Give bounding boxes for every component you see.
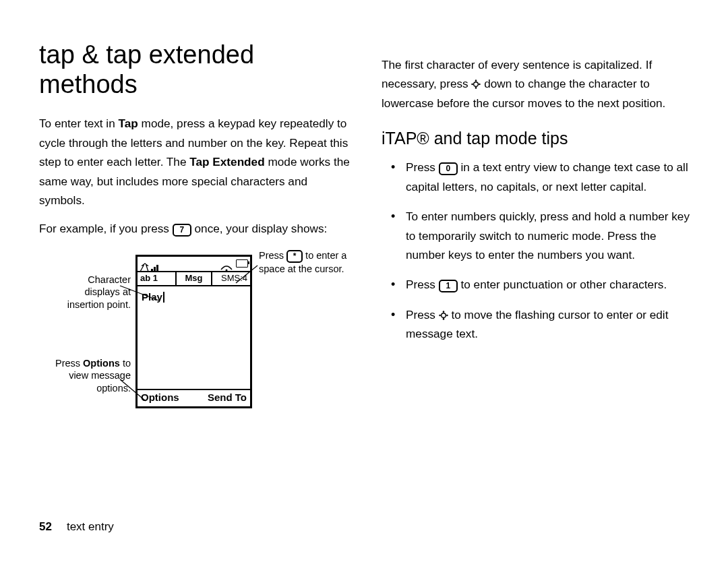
phone-screen: ab 1 Msg SMS:4 Play Options Send To	[135, 255, 252, 408]
svg-point-12	[441, 313, 446, 317]
bold-tap-extended: Tap Extended	[189, 155, 264, 168]
page-number: 52	[39, 520, 52, 533]
status-bar	[138, 257, 250, 271]
keycap-1-icon: 1	[439, 280, 458, 292]
svg-point-15	[439, 314, 441, 316]
tip-item-1: Press 0 in a text entry view to change t…	[406, 158, 696, 196]
left-column: tap & tap extended methods To enter text…	[39, 40, 353, 450]
keycap-0-icon: 0	[439, 162, 458, 175]
svg-point-10	[472, 84, 474, 86]
svg-point-7	[474, 82, 479, 87]
bold-tap: Tap	[119, 117, 138, 130]
right-status-icons	[220, 259, 248, 268]
svg-point-14	[442, 318, 444, 320]
callout-options: Press Options to view message options.	[50, 357, 131, 396]
callout-char: Character displays at insertion point.	[50, 274, 131, 312]
phone-screen-diagram: ab 1 Msg SMS:4 Play Options Send To	[39, 248, 329, 450]
cap-para: The first character of every sentence is…	[382, 55, 696, 113]
nav-key-icon	[471, 75, 481, 85]
info-row: ab 1 Msg SMS:4	[138, 271, 250, 286]
section-name: text entry	[67, 520, 114, 533]
tip-item-4: Press to move the flashing cursor to ent…	[406, 305, 696, 344]
tip-item-2: To enter numbers quickly, press and hold…	[406, 207, 696, 264]
svg-point-13	[442, 311, 444, 313]
keycap-star-icon: *	[286, 250, 303, 263]
entered-text: Play	[142, 289, 164, 306]
intro-para-1: To enter text in Tap mode, press a keypa…	[39, 114, 353, 210]
content-area: Play	[138, 286, 250, 389]
svg-point-9	[475, 87, 477, 89]
softkey-left: Options	[141, 389, 179, 406]
rssi-icon	[220, 259, 233, 268]
softkey-right: Send To	[208, 389, 247, 406]
signal-icon	[140, 259, 166, 268]
softkey-row: Options Send To	[138, 389, 250, 406]
nav-key-icon	[439, 307, 448, 316]
battery-icon	[236, 259, 248, 268]
right-column: The first character of every sentence is…	[382, 40, 696, 450]
page-footer: 52text entry	[39, 520, 114, 534]
svg-point-8	[475, 80, 477, 82]
tips-list: Press 0 in a text entry view to change t…	[382, 158, 696, 343]
callout-space: Press * to enter a space at the cursor.	[259, 249, 353, 276]
page-heading: tap & tap extended methods	[39, 40, 353, 99]
tips-heading: iTAP® and tap mode tips	[382, 125, 696, 152]
intro-para-2: For example, if you press 7 once, your d…	[39, 219, 353, 238]
keycap-7-icon: 7	[173, 224, 191, 237]
tip-item-3: Press 1 to enter punctuation or other ch…	[406, 275, 696, 294]
text-cursor-icon	[163, 292, 164, 303]
